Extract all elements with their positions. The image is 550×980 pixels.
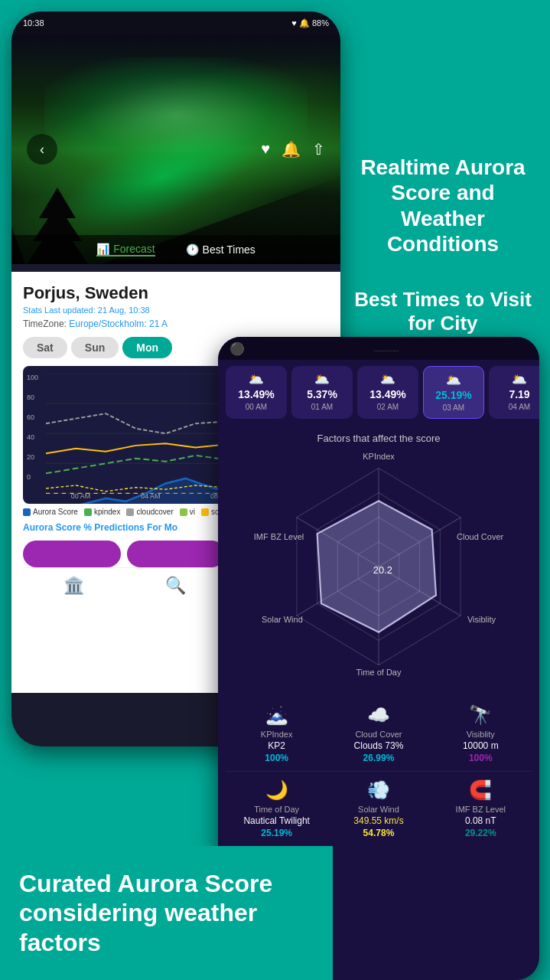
- forecast-label: Forecast: [113, 243, 155, 255]
- visibility-pct: 100%: [438, 753, 524, 763]
- status-bar: 10:38 ♥ 🔔 88%: [11, 11, 340, 34]
- nav-search[interactable]: 🔍: [165, 576, 186, 596]
- back-button[interactable]: ‹: [27, 134, 57, 165]
- time-icon: 🌙: [233, 779, 320, 801]
- right-status-bar: ⚫ ...........: [218, 337, 539, 360]
- imf-pct: 29.22%: [438, 828, 524, 838]
- location-name: Porjus, Sweden: [23, 283, 329, 303]
- action-btn-2[interactable]: [127, 541, 225, 567]
- score-1: 5.37%: [298, 388, 347, 400]
- legend-aurora: Aurora Score: [23, 508, 78, 516]
- time-pct: 25.19%: [233, 828, 320, 838]
- header-icons: ♥ 🔔 ⇧: [261, 140, 325, 158]
- tab-sun[interactable]: Sun: [71, 337, 119, 358]
- radar-svg: 20.2: [249, 452, 509, 681]
- timezone-label: TimeZone:: [23, 318, 67, 329]
- bottom-headline: Curated Aurora Score considering weather…: [19, 869, 314, 957]
- time-name: Time of Day: [233, 805, 320, 814]
- status-time: 10:38: [23, 18, 44, 28]
- svg-text:20.2: 20.2: [373, 564, 392, 576]
- time-value: Nautical Twilight: [233, 815, 320, 826]
- share-icon[interactable]: ⇧: [312, 140, 325, 158]
- forecast-icon: 📊: [96, 243, 109, 255]
- time-cards: 🌥️ 13.49% 00 AM 🌥️ 5.37% 01 AM 🌥️ 13.49%…: [218, 360, 539, 425]
- best-times-label: Best Times: [203, 243, 255, 256]
- chart-y-labels: 100 80 60 40 20 0: [27, 374, 38, 481]
- score-4: 7.19: [495, 388, 539, 400]
- factor-visibility: 🔭 Visiblity 10000 m 100%: [430, 697, 532, 771]
- heart-icon[interactable]: ♥: [261, 140, 270, 158]
- cloud-icon-1: 🌥️: [298, 372, 347, 387]
- headline-realtime: Realtime Aurora Score and Weather Condit…: [351, 155, 535, 257]
- cloud-icon-2: 🌥️: [363, 372, 412, 387]
- nav-home[interactable]: 🏛️: [63, 576, 84, 596]
- imf-name: IMF BZ Level: [438, 805, 524, 814]
- score-2: 13.49%: [363, 388, 412, 400]
- score-0: 13.49%: [232, 388, 281, 400]
- factor-cloud: ☁️ Cloud Cover Clouds 73% 26.99%: [327, 697, 429, 771]
- visibility-value: 10000 m: [438, 740, 524, 751]
- solar-name: Solar Wind: [335, 805, 421, 814]
- factor-solar: 💨 Solar Wind 349.55 km/s 54.78%: [327, 771, 429, 846]
- header-controls: ‹ ♥ 🔔 ⇧: [11, 134, 340, 165]
- solar-value: 349.55 km/s: [335, 815, 421, 826]
- time-4: 04 AM: [495, 403, 539, 411]
- time-3: 03 AM: [430, 403, 477, 412]
- kpindex-value: KP2: [233, 740, 320, 751]
- aurora-image: ‹ ♥ 🔔 ⇧ 📊 Forecast 🕐 Best Times: [11, 34, 340, 264]
- radar-container: KPIndex IMF BZ Level Cloud Cover Solar W…: [249, 452, 509, 681]
- time-card-2[interactable]: 🌥️ 13.49% 02 AM: [357, 366, 418, 419]
- radar-section: Factors that affect the score KPIndex IM…: [218, 425, 539, 689]
- bell-icon[interactable]: 🔔: [282, 140, 301, 158]
- cloud-icon-3: 🌥️: [430, 373, 477, 387]
- solar-pct: 54.78%: [335, 828, 421, 838]
- legend-kpindex: kpindex: [84, 508, 120, 516]
- status-icons: ♥ 🔔 88%: [291, 18, 329, 28]
- radar-title: Factors that affect the score: [226, 433, 532, 444]
- forecast-tab-bar: 📊 Forecast 🕐 Best Times: [11, 235, 340, 264]
- time-card-4[interactable]: 🌥️ 7.19 04 AM: [489, 366, 539, 419]
- factor-kpindex: 🗻 KPIndex KP2 100%: [226, 697, 327, 771]
- factors-grid: 🗻 KPIndex KP2 100% ☁️ Cloud Cover Clouds…: [218, 689, 539, 854]
- timezone-value: Europe/Stockholm: 21 A: [69, 318, 168, 329]
- cloud-pct: 26.99%: [335, 753, 421, 763]
- kpindex-icon: 🗻: [233, 704, 320, 726]
- clock-icon: 🕐: [186, 243, 199, 256]
- factor-imf: 🧲 IMF BZ Level 0.08 nT 29.22%: [430, 771, 532, 846]
- time-0: 00 AM: [232, 403, 281, 411]
- legend-vi: vi: [180, 508, 195, 516]
- visibility-name: Visiblity: [438, 730, 524, 739]
- headline-best-times: Best Times to Visit for City: [351, 288, 535, 335]
- time-card-3[interactable]: 🌥️ 25.19% 03 AM: [423, 366, 484, 419]
- time-1: 01 AM: [298, 403, 347, 411]
- legend-cloudcover: cloudcover: [126, 508, 173, 516]
- time-card-1[interactable]: 🌥️ 5.37% 01 AM: [291, 366, 353, 419]
- bottom-text-section: Curated Aurora Score considering weather…: [0, 846, 333, 980]
- timezone-row: TimeZone: Europe/Stockholm: 21 A: [23, 318, 329, 329]
- cloud-cover-icon: ☁️: [335, 704, 421, 726]
- imf-icon: 🧲: [438, 779, 524, 801]
- tab-best-times[interactable]: 🕐 Best Times: [186, 243, 255, 256]
- time-2: 02 AM: [363, 403, 412, 411]
- cloud-value: Clouds 73%: [335, 740, 421, 751]
- cloud-icon-4: 🌥️: [495, 372, 539, 387]
- tab-mon[interactable]: Mon: [122, 337, 172, 358]
- tab-sat[interactable]: Sat: [23, 337, 67, 358]
- kpindex-pct: 100%: [233, 753, 320, 763]
- solar-icon: 💨: [335, 779, 421, 801]
- cloud-icon-0: 🌥️: [232, 372, 281, 387]
- stats-updated: Stats Last updated: 21 Aug, 10:38: [23, 305, 329, 315]
- tab-forecast[interactable]: 📊 Forecast: [96, 243, 155, 256]
- score-3: 25.19%: [430, 389, 477, 401]
- factor-time: 🌙 Time of Day Nautical Twilight 25.19%: [226, 771, 327, 846]
- visibility-icon: 🔭: [438, 704, 524, 726]
- cloud-name: Cloud Cover: [335, 730, 421, 739]
- kpindex-name: KPIndex: [233, 730, 320, 739]
- imf-value: 0.08 nT: [438, 815, 524, 826]
- action-btn-1[interactable]: [23, 541, 121, 567]
- time-card-0[interactable]: 🌥️ 13.49% 00 AM: [226, 366, 287, 419]
